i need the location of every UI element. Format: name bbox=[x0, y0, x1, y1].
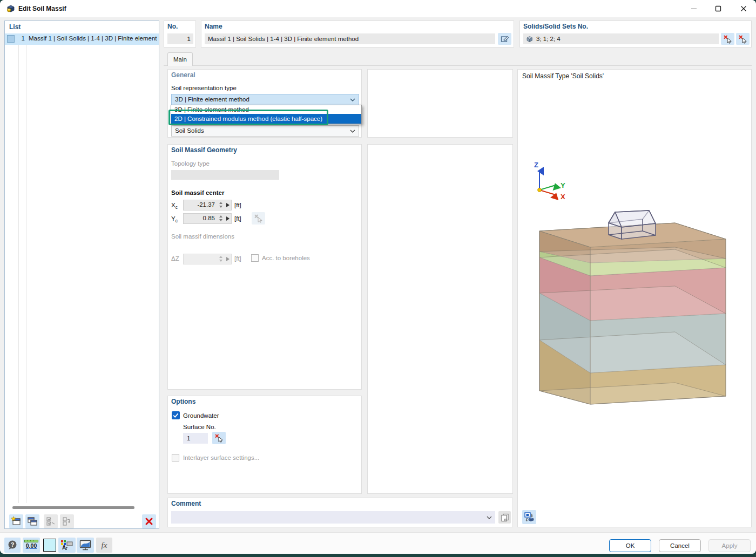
color-swatch-icon bbox=[43, 539, 56, 552]
groundwater-checkbox[interactable] bbox=[172, 411, 180, 419]
tab-main[interactable]: Main bbox=[167, 52, 193, 66]
delete-massif-button[interactable] bbox=[142, 514, 156, 528]
xc-unit: [ft] bbox=[234, 202, 241, 208]
help-button[interactable]: ? bbox=[4, 538, 21, 553]
interlayer-surface-label: Interlayer surface settings... bbox=[183, 454, 259, 461]
acc-to-boreholes-checkbox[interactable] bbox=[251, 254, 259, 262]
background-color-button[interactable] bbox=[42, 538, 57, 553]
fx-icon: fx bbox=[102, 541, 107, 550]
chevron-down-icon bbox=[487, 516, 492, 519]
solid-cube-icon bbox=[526, 36, 533, 43]
list-item-massif-1[interactable]: 1 Massif 1 | Soil Solids | 1-4 | 3D | Fi… bbox=[5, 33, 159, 45]
name-field[interactable]: Massif 1 | Soil Solids | 1-4 | 3D | Fini… bbox=[205, 33, 495, 44]
delete-x-icon bbox=[145, 517, 153, 526]
edit-pencil-icon bbox=[501, 35, 509, 43]
dz-input bbox=[183, 254, 232, 264]
empty-panel-top bbox=[367, 69, 513, 138]
interlayer-surface-checkbox[interactable] bbox=[172, 454, 179, 461]
surface-no-field[interactable]: 1 bbox=[183, 433, 208, 444]
expand-arrow-icon[interactable] bbox=[226, 216, 230, 221]
close-icon bbox=[740, 5, 747, 12]
select-solid-sets-button[interactable] bbox=[736, 33, 750, 45]
rotate-view-button[interactable] bbox=[522, 510, 536, 524]
spinner-arrows-icon[interactable] bbox=[219, 202, 222, 208]
comment-header: Comment bbox=[171, 500, 201, 507]
topology-type-field bbox=[171, 170, 279, 180]
soil-massif-dimensions-label: Soil massif dimensions bbox=[171, 233, 234, 240]
copy-item-icon bbox=[27, 516, 38, 527]
expand-arrow-icon[interactable] bbox=[226, 203, 230, 207]
edit-name-button[interactable] bbox=[498, 33, 511, 45]
close-button[interactable] bbox=[732, 1, 755, 17]
axis-x-label: X bbox=[561, 193, 565, 201]
spinner-arrows-icon[interactable] bbox=[219, 215, 222, 221]
list-panel: List 1 Massif 1 | Soil Solids | 1-4 | 3D… bbox=[4, 21, 159, 529]
ok-button[interactable]: OK bbox=[609, 539, 651, 552]
comment-templates-button[interactable] bbox=[498, 511, 511, 524]
minimize-button[interactable] bbox=[682, 1, 706, 17]
pick-cursor-x-icon bbox=[254, 214, 263, 223]
soil-representation-combobox[interactable]: 3D | Finite element method bbox=[171, 94, 359, 105]
comment-group: Comment bbox=[167, 498, 513, 527]
pages-icon bbox=[501, 513, 509, 522]
surface-no-label: Surface No. bbox=[183, 424, 216, 430]
tab-strip-line bbox=[164, 65, 752, 66]
pick-surface-button[interactable] bbox=[212, 432, 226, 444]
options-group: Options Groundwater Surface No. 1 Interl… bbox=[167, 396, 362, 494]
formula-button[interactable]: fx bbox=[96, 538, 112, 553]
new-massif-button[interactable] bbox=[9, 514, 23, 528]
check-all-icon bbox=[45, 516, 56, 527]
name-group: Name Massif 1 | Soil Solids | 1-4 | 3D |… bbox=[201, 21, 514, 47]
solids-value: 3; 1; 2; 4 bbox=[536, 36, 561, 42]
rotate-view-icon bbox=[524, 512, 535, 522]
chevron-down-icon bbox=[350, 130, 355, 133]
soil-massif-3d-view[interactable]: Z Y X bbox=[518, 70, 752, 528]
solids-field[interactable]: 3; 1; 2; 4 bbox=[523, 33, 719, 44]
soil-representation-value: 3D | Finite element method bbox=[175, 96, 249, 103]
expand-arrow-icon bbox=[226, 257, 230, 261]
axis-z-label: Z bbox=[534, 161, 538, 169]
soil-preview-panel: Soil Massif Type 'Soil Solids' Z Y X bbox=[517, 69, 752, 527]
pick-cursor-x-icon bbox=[738, 35, 747, 44]
list-grid-line bbox=[26, 33, 26, 503]
building-wireframe bbox=[609, 210, 656, 239]
dz-unit: [ft] bbox=[234, 255, 241, 262]
list-horizontal-scrollbar[interactable] bbox=[12, 506, 134, 509]
yc-value: 0.85 bbox=[203, 215, 215, 221]
display-properties-button[interactable]: A bbox=[58, 538, 76, 553]
list-item-label: Massif 1 | Soil Solids | 1-4 | 3D | Fini… bbox=[29, 35, 158, 42]
no-group: No. 1 bbox=[164, 21, 196, 47]
comment-combobox[interactable] bbox=[171, 511, 495, 524]
maximize-button[interactable] bbox=[706, 1, 730, 17]
apply-button[interactable]: Apply bbox=[708, 539, 751, 552]
svg-text:?: ? bbox=[11, 541, 15, 548]
list-item-number: 1 bbox=[16, 35, 25, 42]
app-soil-icon bbox=[6, 4, 15, 13]
rendering-button[interactable] bbox=[77, 538, 94, 553]
select-solids-button[interactable] bbox=[721, 33, 734, 45]
soil-massif-center-label: Soil massif center bbox=[171, 189, 224, 196]
soil-massif-type-combobox[interactable]: Soil Solids bbox=[171, 125, 359, 137]
units-settings-button[interactable]: 0,00 bbox=[23, 538, 40, 553]
pick-center-button[interactable] bbox=[252, 212, 265, 225]
font-colors-icon: A bbox=[60, 540, 73, 551]
list-grid-line bbox=[18, 33, 19, 503]
dz-label: ΔZ bbox=[171, 255, 179, 262]
no-field: 1 bbox=[167, 33, 193, 44]
coordinate-axes: Z Y X bbox=[534, 161, 565, 201]
solids-group: Solids/Solid Sets No. 3; 1; 2; 4 bbox=[519, 21, 752, 47]
transfer-selection-button[interactable] bbox=[60, 514, 74, 528]
select-all-button[interactable] bbox=[44, 514, 58, 528]
maximize-icon bbox=[715, 5, 721, 12]
yc-input[interactable]: 0.85 bbox=[183, 213, 232, 224]
monitor-icon bbox=[79, 540, 91, 551]
massif-color-swatch bbox=[7, 35, 15, 43]
list-header: List bbox=[9, 23, 21, 31]
soil-representation-label: Soil representation type bbox=[171, 85, 237, 91]
cancel-button[interactable]: Cancel bbox=[659, 539, 701, 552]
check-transfer-icon bbox=[62, 516, 72, 527]
xc-input[interactable]: -21.37 bbox=[183, 200, 232, 210]
xc-value: -21.37 bbox=[197, 201, 215, 208]
copy-massif-button[interactable] bbox=[25, 514, 39, 528]
solids-label: Solids/Solid Sets No. bbox=[523, 23, 588, 30]
